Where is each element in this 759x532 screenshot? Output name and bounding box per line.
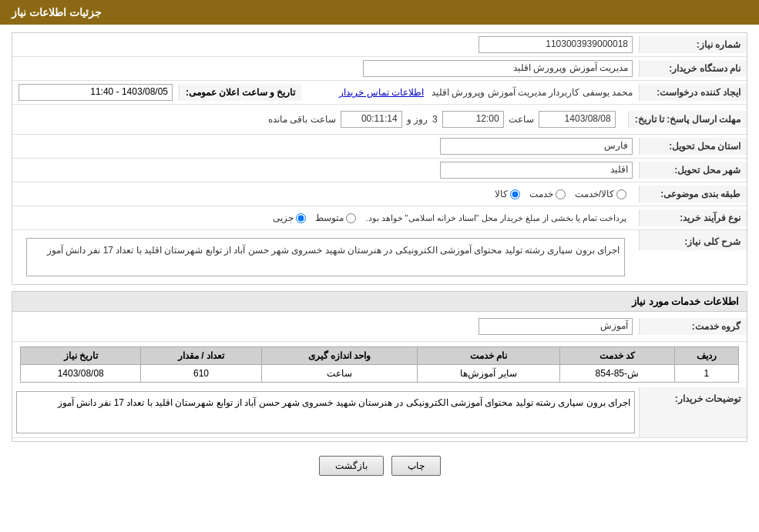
category-radio-group: کالا/خدمت خدمت کالا [18,186,633,202]
button-row: چاپ بازگشت [12,448,747,483]
province-row: استان محل تحویل: فارس [12,135,747,159]
table-header-row: ردیف کد خدمت نام خدمت واحد اندازه گیری ت… [21,347,739,365]
need-number-input: 1103003939000018 [479,36,633,53]
category-label: طبقه بندی موضوعی: [639,186,747,202]
purchase-radio-small-input[interactable] [296,213,306,223]
buyer-notes-row: توضیحات خریدار: [12,387,747,438]
col-code: کد خدمت [560,347,675,365]
announcement-input: 1403/08/05 - 11:40 [18,84,173,101]
page-header: جزئیات اطلاعات نیاز [0,0,759,25]
org-name-label: نام دستگاه خریدار: [639,60,747,77]
announcement-label: تاریخ و ساعت اعلان عمومی: [179,84,301,101]
service-group-label: گروه خدمت: [639,318,747,335]
col-name: نام خدمت [418,347,560,365]
need-number-value: 1103003939000018 [12,33,639,56]
contact-link[interactable]: اطلاعات تماس خریدار [339,87,424,98]
service-group-input: آموزش [479,318,633,335]
col-row: ردیف [674,347,738,365]
print-button[interactable]: چاپ [391,456,441,476]
category-radio-kala: کالا [495,189,520,199]
cell-code: ش-85-854 [560,365,675,383]
purchase-radio-group: پرداخت تمام یا بخشی از مبلغ خریدار محل "… [18,209,633,226]
cell-row: 1 [674,365,738,383]
buyer-notes-textarea[interactable] [16,391,635,433]
deadline-label: مهلت ارسال پاسخ: تا تاریخ: [628,111,747,128]
creator-value: محمد یوسفی کاربردار مدیریت آموزش وپرورش … [301,84,639,101]
table-head: ردیف کد خدمت نام خدمت واحد اندازه گیری ت… [21,347,739,365]
province-label: استان محل تحویل: [639,138,747,155]
announcement-value: 1403/08/05 - 11:40 [12,81,179,104]
deadline-time-input: 12:00 [442,111,504,128]
category-radio-khedmat-input[interactable] [556,189,566,199]
cell-date: 1403/08/08 [21,365,141,383]
announcement-creator-row: ایجاد کننده درخواست: محمد یوسفی کاربردار… [12,81,747,105]
purchase-type-value: پرداخت تمام یا بخشی از مبلغ خریدار محل "… [12,206,639,229]
service-group-value: آموزش [12,315,639,338]
services-table: ردیف کد خدمت نام خدمت واحد اندازه گیری ت… [20,346,739,383]
deadline-date-group: 1403/08/08 ساعت 12:00 3 روز و 00:11:14 س… [18,108,622,131]
category-value: کالا/خدمت خدمت کالا [12,182,639,206]
deadline-remaining-label: ساعت باقی مانده [268,114,336,125]
purchase-radio-medium: متوسط [315,212,356,223]
category-radio-kala-khedmat: کالا/خدمت [575,189,626,199]
purchase-radio-medium-input[interactable] [346,213,356,223]
creator-label: ایجاد کننده درخواست: [639,84,747,101]
col-unit: واحد اندازه گیری [261,347,418,365]
category-row: طبقه بندی موضوعی: کالا/خدمت خدمت [12,182,747,206]
deadline-time-label: ساعت [509,114,534,125]
purchase-note: پرداخت تمام یا بخشی از مبلغ خریدار محل "… [365,213,626,223]
description-value: اجرای برون سپاری رشته تولید محتوای آموزش… [12,230,639,284]
service-group-row: گروه خدمت: آموزش [12,312,747,342]
deadline-remaining-input: 00:11:14 [341,111,402,128]
city-value: اقلید [12,159,639,182]
purchase-radio-medium-label: متوسط [315,212,344,223]
purchase-radio-small-label: جزیی [273,212,294,223]
purchase-type-row: نوع فرآیند خرید: پرداخت تمام یا بخشی از … [12,206,747,230]
services-section: اطلاعات خدمات مورد نیاز گروه خدمت: آموزش… [12,291,747,442]
cell-name: سایر آموزش‌ها [418,365,560,383]
cell-unit: ساعت [261,365,418,383]
page-title: جزئیات اطلاعات نیاز [12,6,102,18]
buyer-notes-label: توضیحات خریدار: [639,387,747,437]
province-value: فارس [12,135,639,158]
purchase-type-label: نوع فرآیند خرید: [639,209,747,226]
org-name-input: مدیریت آموزش وپرورش اقلید [363,60,633,77]
org-name-value: مدیریت آموزش وپرورش اقلید [12,57,639,80]
col-date: تاریخ نیاز [21,347,141,365]
city-input: اقلید [440,162,633,179]
table-body: 1ش-85-854سایر آموزش‌هاساعت6101403/08/08 [21,365,739,383]
deadline-days-label: روز و [407,114,428,125]
deadline-value: 1403/08/08 ساعت 12:00 3 روز و 00:11:14 س… [12,105,628,134]
category-radio-kala-input[interactable] [510,189,520,199]
purchase-radio-small: جزیی [273,212,306,223]
city-row: شهر محل تحویل: اقلید [12,159,747,182]
description-box: اجرای برون سپاری رشته تولید محتوای آموزش… [26,238,625,276]
category-radio-kala-khedmat-input[interactable] [616,189,626,199]
org-name-row: نام دستگاه خریدار: مدیریت آموزش وپرورش ا… [12,57,747,81]
content-area: شماره نیاز: 1103003939000018 نام دستگاه … [0,25,759,491]
category-radio-khedmat: خدمت [529,189,566,199]
table-row: 1ش-85-854سایر آموزش‌هاساعت6101403/08/08 [21,365,739,383]
category-radio-khedmat-label: خدمت [529,189,553,199]
back-button[interactable]: بازگشت [319,456,384,476]
description-label: شرح کلی نیاز: [639,230,747,250]
services-table-section: ردیف کد خدمت نام خدمت واحد اندازه گیری ت… [20,346,739,383]
description-row: شرح کلی نیاز: اجرای برون سپاری رشته تولی… [12,230,747,284]
deadline-row: مهلت ارسال پاسخ: تا تاریخ: 1403/08/08 سا… [12,105,747,135]
services-title: اطلاعات خدمات مورد نیاز [12,292,747,312]
creator-text: محمد یوسفی کاربردار مدیریت آموزش وپرورش … [432,87,633,98]
province-input: فارس [440,138,633,155]
city-label: شهر محل تحویل: [639,162,747,179]
deadline-date-input: 1403/08/08 [539,111,616,128]
category-radio-kala-label: کالا [495,189,508,199]
deadline-days: 3 [432,114,438,125]
form-section: شماره نیاز: 1103003939000018 نام دستگاه … [12,32,747,285]
need-number-label: شماره نیاز: [639,36,747,53]
page-wrapper: جزئیات اطلاعات نیاز شماره نیاز: 11030039… [0,0,759,532]
category-radio-kala-khedmat-label: کالا/خدمت [575,189,614,199]
cell-quantity: 610 [141,365,261,383]
col-qty: تعداد / مقدار [141,347,261,365]
need-number-row: شماره نیاز: 1103003939000018 [12,33,747,57]
